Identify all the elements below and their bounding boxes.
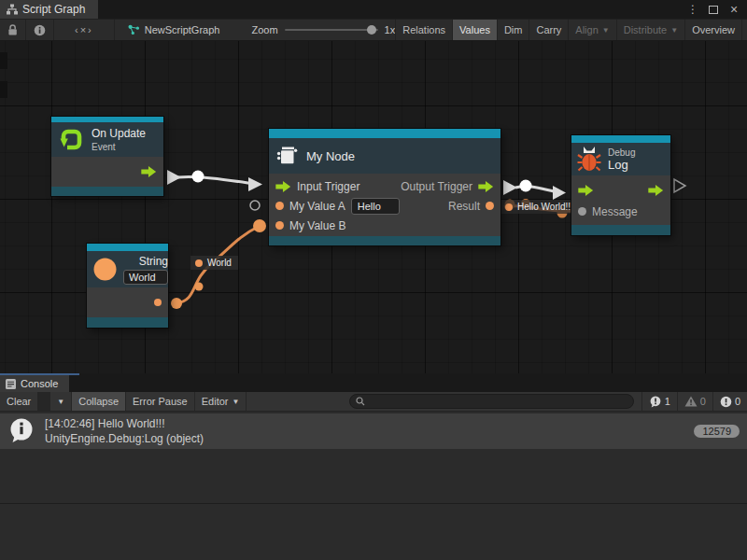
window-tab-bar: Script Graph ⋮ × <box>0 0 747 19</box>
console-list-icon <box>6 379 16 389</box>
string-literal-icon <box>92 257 118 282</box>
zoom-slider[interactable] <box>285 29 378 31</box>
log-entry-row[interactable]: [14:02:46] Hello World!!! UnityEngine.De… <box>0 413 747 449</box>
unit-icon <box>276 145 299 167</box>
graph-canvas[interactable]: World Hello World!!! On Update Event <box>0 41 747 373</box>
wire-value-token: Hello World!!! <box>500 200 580 214</box>
inspect-button[interactable] <box>26 20 54 40</box>
my-value-a-field[interactable] <box>351 198 400 215</box>
chevron-down-icon: ▼ <box>670 26 678 35</box>
node-header[interactable]: On Update Event <box>51 122 163 157</box>
node-my-node[interactable]: My Node Input Trigger Output Trigger My … <box>269 129 500 245</box>
clear-dropdown-button[interactable]: ▼ <box>50 392 71 411</box>
port-row <box>571 179 670 202</box>
wire-dot <box>195 283 204 291</box>
fullscreen-button[interactable]: Full S <box>741 20 747 40</box>
info-icon <box>34 24 46 36</box>
value-input-port[interactable] <box>275 221 284 230</box>
close-icon[interactable]: × <box>726 2 741 17</box>
editor-dropdown[interactable]: Editor▼ <box>195 392 247 411</box>
bug-icon <box>577 146 601 174</box>
relations-button[interactable]: Relations <box>395 20 452 40</box>
overview-button[interactable]: Overview <box>684 20 741 40</box>
wire-arrowhead <box>248 177 262 191</box>
node-on-update[interactable]: On Update Event <box>51 117 163 196</box>
value-input-port[interactable] <box>275 202 284 210</box>
node-header[interactable]: My Node <box>269 138 500 174</box>
node-string[interactable]: String <box>87 244 168 328</box>
trigger-input-port[interactable] <box>578 185 594 196</box>
dim-button[interactable]: Dim <box>497 20 529 40</box>
tab-script-graph[interactable]: Script Graph <box>0 0 98 19</box>
node-subtitle: Event <box>92 142 146 152</box>
graph-toolbar: ‹×› NewScriptGraph Zoom 1x Relations Val… <box>0 19 747 41</box>
value-input-port[interactable] <box>578 207 586 216</box>
graph-asset[interactable]: NewScriptGraph <box>128 20 220 40</box>
console-log-list[interactable]: [14:02:46] Hello World!!! UnityEngine.De… <box>0 412 747 503</box>
unconnected-port-ring <box>250 201 260 210</box>
code-view-button[interactable]: ‹×› <box>54 20 115 40</box>
tab-console[interactable]: Console <box>0 375 69 392</box>
script-graph-icon <box>128 24 140 35</box>
node-title: My Node <box>306 149 355 163</box>
window-menu-icon[interactable]: ⋮ <box>685 2 700 17</box>
my-value-b-label: My Value B <box>289 219 345 232</box>
zoom-slider-handle[interactable] <box>367 25 376 35</box>
lock-button[interactable] <box>0 20 26 40</box>
trigger-output-port[interactable] <box>648 185 664 196</box>
collapse-button[interactable]: Collapse <box>72 392 126 411</box>
info-count-toggle[interactable]: 1 <box>641 392 677 411</box>
node-title: Log <box>608 158 635 172</box>
chevron-down-icon: ▼ <box>232 398 239 406</box>
trigger-input-port[interactable] <box>275 181 291 192</box>
carry-button[interactable]: Carry <box>529 20 568 40</box>
my-value-a-label: My Value A <box>289 200 345 213</box>
port-row: Input Trigger Output Trigger <box>269 176 500 196</box>
value-output-port[interactable] <box>486 202 494 210</box>
node-kicker: Debug <box>608 147 635 158</box>
node-debug-log[interactable]: Debug Log Message <box>571 135 670 235</box>
console-toolbar: Clear ▼ Collapse Error Pause Editor▼ 1 <box>0 392 747 412</box>
trigger-output-port[interactable] <box>141 166 157 177</box>
console-tab-bar: Console <box>0 375 747 392</box>
window-controls: ⋮ × <box>685 0 747 19</box>
wire-start-triangle <box>503 180 517 195</box>
string-value-field[interactable] <box>123 270 168 285</box>
node-footer <box>87 317 168 328</box>
collapse-count-badge: 12579 <box>694 425 740 438</box>
log-line-2: UnityEngine.Debug:Log (object) <box>45 432 204 446</box>
search-input[interactable] <box>369 395 627 408</box>
wire-value-token: World <box>190 256 238 270</box>
value-output-port[interactable] <box>154 299 162 306</box>
console-detail-pane <box>0 504 747 560</box>
chevron-down-icon: ▼ <box>57 398 64 406</box>
node-header[interactable]: Debug Log <box>571 143 670 175</box>
wire-dot <box>171 298 182 309</box>
port-row: My Value A Result <box>269 196 500 216</box>
node-body <box>51 157 163 187</box>
wire-pulse-dot <box>520 180 532 192</box>
console-search[interactable] <box>349 394 634 409</box>
tab-title: Script Graph <box>22 3 85 16</box>
node-header[interactable]: String <box>87 251 168 287</box>
trigger-output-port[interactable] <box>478 181 494 192</box>
console-panel: Console Clear ▼ Collapse Error Pause Edi… <box>0 373 747 560</box>
value-dot-icon <box>505 203 513 211</box>
distribute-button[interactable]: Distribute▼ <box>616 20 684 40</box>
port-row: My Value B <box>269 216 500 235</box>
align-button[interactable]: Align▼ <box>568 20 615 40</box>
output-trigger-label: Output Trigger <box>401 180 472 193</box>
node-footer <box>571 225 670 235</box>
node-footer <box>269 236 500 245</box>
graph-asset-name: NewScriptGraph <box>145 24 220 35</box>
zoom-label: Zoom <box>251 24 277 35</box>
input-trigger-label: Input Trigger <box>297 180 359 193</box>
wire-start-triangle <box>167 170 181 185</box>
warning-count-toggle[interactable]: 0 <box>677 392 712 411</box>
maximize-icon[interactable] <box>706 2 721 17</box>
values-button[interactable]: Values <box>452 20 497 40</box>
clear-button[interactable]: Clear <box>0 392 37 411</box>
error-pause-button[interactable]: Error Pause <box>126 392 195 411</box>
error-count-toggle[interactable]: 0 <box>712 392 747 411</box>
node-accent-bar <box>87 244 168 251</box>
